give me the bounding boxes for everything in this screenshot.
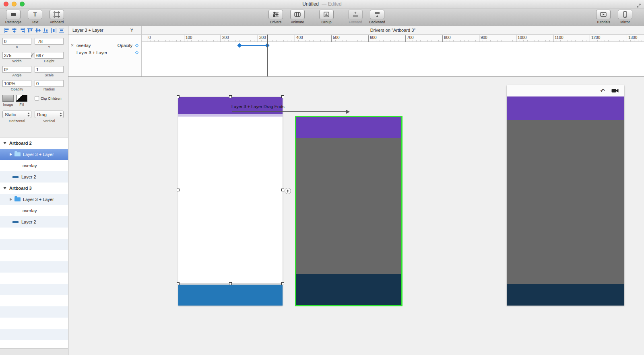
keyframe-diamond[interactable] [237, 43, 242, 47]
zoom-button[interactable] [20, 2, 25, 6]
ruler-tick-label: 100 [184, 35, 192, 42]
artboard3-overlay-layer[interactable] [296, 138, 401, 274]
disclosure-down-icon[interactable] [3, 187, 6, 189]
layer-row-overlay[interactable]: overlay [0, 205, 68, 216]
playhead[interactable] [267, 35, 268, 76]
artboard2-footer-layer[interactable] [178, 285, 283, 306]
distribute-horizontal-icon[interactable] [51, 28, 57, 33]
layer-row-empty [0, 261, 68, 273]
width-input[interactable] [2, 52, 31, 59]
undo-icon[interactable]: ↶ [600, 88, 605, 94]
artboard-tool-button[interactable]: Artboard [47, 10, 67, 24]
preview-footer-layer[interactable] [507, 284, 624, 306]
preview-header-layer[interactable] [507, 96, 624, 120]
ruler-tick-label: 800 [442, 35, 451, 42]
artboard3-header-layer[interactable] [296, 117, 401, 138]
layer-row-layer2[interactable]: Layer 2 [0, 171, 68, 183]
layer-row-overlay[interactable]: overlay [0, 160, 68, 171]
resize-handle-e[interactable] [281, 189, 284, 191]
ruler-tick-label: 600 [368, 35, 377, 42]
x-label: X [2, 45, 31, 49]
angle-input[interactable] [2, 66, 31, 73]
resize-handle-sw[interactable] [177, 282, 180, 285]
scale-input[interactable] [35, 66, 64, 73]
height-input[interactable] [35, 52, 64, 59]
align-top-icon[interactable] [27, 28, 33, 33]
width-label: Width [2, 59, 31, 63]
resize-handle-s[interactable] [229, 282, 232, 285]
artboard-3-canvas-selected[interactable] [295, 116, 402, 306]
fill-swatch[interactable] [16, 95, 27, 102]
group-button[interactable]: Group [316, 10, 336, 24]
align-center-horizontal-icon[interactable] [11, 28, 17, 33]
artboard3-footer-layer[interactable] [296, 274, 401, 305]
clip-children-checkbox[interactable] [35, 96, 39, 101]
distribute-vertical-icon[interactable] [58, 28, 64, 33]
opacity-input[interactable] [2, 80, 31, 87]
artboard2-header-strip[interactable] [178, 114, 283, 117]
drivers-timeline-panel: Layer 3 + Layer Y × overlay Opacity Laye… [68, 26, 644, 77]
ruler-tick-label: 1000 [516, 35, 526, 42]
layer-row-layer3-layer-selected[interactable]: Layer 3 + Layer [0, 149, 68, 160]
angle-label: Angle [2, 73, 31, 77]
x-input[interactable] [2, 38, 31, 45]
timeline-row-overlay[interactable]: × overlay Opacity [68, 42, 141, 49]
transition-arrow [232, 111, 347, 112]
animate-button[interactable]: Animate [287, 10, 308, 24]
preview-toolbar: ↶ [507, 85, 624, 96]
preview-artboard[interactable]: ↶ [507, 85, 624, 306]
y-label: Y [35, 45, 64, 49]
forward-button[interactable]: Forward [345, 10, 365, 24]
layer-row-artboard-3[interactable]: Artboard 3 [0, 183, 68, 194]
artboard-2-canvas[interactable] [178, 97, 283, 283]
close-button[interactable] [4, 2, 8, 6]
tutorials-button[interactable]: Tutorials [593, 10, 613, 24]
y-input[interactable] [35, 38, 64, 45]
resize-handle-ne[interactable] [281, 95, 284, 98]
add-keyframe-icon[interactable] [135, 51, 138, 54]
rectangle-tool-button[interactable]: Rectangle [3, 10, 23, 24]
inspector-panel: X Y Width Height Angle Scale Opacity Rad… [0, 26, 68, 355]
resize-handle-n[interactable] [229, 95, 232, 98]
backward-button[interactable]: Backward [367, 10, 387, 24]
mirror-button[interactable]: Mirror [615, 10, 635, 24]
text-tool-button[interactable]: T Text [25, 10, 45, 24]
touch-event-icon[interactable] [285, 188, 291, 194]
remove-driver-icon[interactable]: × [71, 43, 75, 48]
add-keyframe-icon[interactable] [135, 44, 138, 47]
radius-input[interactable] [35, 80, 64, 87]
minimize-button[interactable] [12, 2, 17, 6]
layer-row-artboard-2[interactable]: Artboard 2 [0, 137, 68, 149]
align-right-icon[interactable] [19, 28, 25, 33]
preview-overlay-layer[interactable] [507, 120, 624, 284]
image-swatch[interactable] [2, 95, 14, 102]
timeline-title: Drivers on "Artboard 3" [142, 26, 644, 35]
resize-handle-se[interactable] [281, 282, 284, 285]
disclosure-right-icon[interactable] [10, 153, 12, 156]
drivers-button[interactable]: Drivers [266, 10, 286, 24]
disclosure-down-icon[interactable] [3, 142, 6, 144]
disclosure-right-icon[interactable] [10, 198, 12, 201]
ruler-tick-label: 700 [405, 35, 414, 42]
align-bottom-icon[interactable] [43, 28, 49, 33]
vertical-label: Vertical [43, 119, 55, 123]
keyframe-segment[interactable] [239, 44, 267, 47]
align-middle-vertical-icon[interactable] [35, 28, 41, 33]
layer-thumbnail-icon [12, 221, 19, 223]
timeline-row-layer3-layer[interactable]: Layer 3 + Layer [68, 49, 141, 56]
aspect-lock-icon[interactable] [31, 55, 34, 57]
record-video-icon[interactable] [611, 88, 619, 94]
window-title: Untitled [302, 1, 319, 7]
layer-row-layer3-layer[interactable]: Layer 3 + Layer [0, 194, 68, 205]
window-edited-status: — Edited [322, 1, 341, 7]
timeline-ruler[interactable]: 0 100 200 300 400 500 600 700 800 900 10… [142, 35, 644, 42]
vertical-driver-select[interactable]: Drag [35, 111, 64, 118]
canvas[interactable]: Layer 3 + Layer Drag Ends ↶ [68, 77, 644, 355]
layer-row-layer2[interactable]: Layer 2 [0, 216, 68, 228]
resize-handle-nw[interactable] [177, 95, 180, 98]
horizontal-driver-select[interactable]: Static [2, 111, 31, 118]
resize-handle-w[interactable] [177, 189, 180, 191]
ruler-tick-label: 200 [221, 35, 229, 42]
height-label: Height [35, 59, 64, 63]
align-left-icon[interactable] [4, 28, 10, 33]
